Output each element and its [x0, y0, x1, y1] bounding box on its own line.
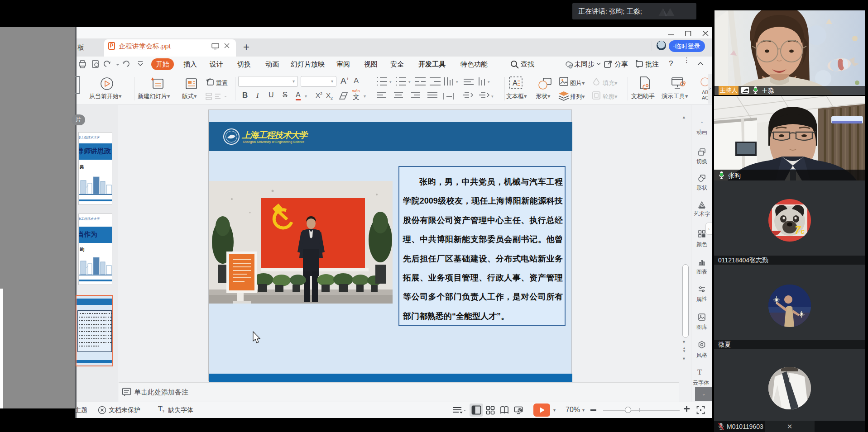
svg-text:▾: ▾ — [491, 94, 494, 99]
svg-text:▾: ▾ — [389, 80, 392, 84]
svg-text:A: A — [513, 79, 518, 87]
svg-text:▾: ▾ — [456, 80, 458, 84]
svg-text:▾: ▾ — [488, 80, 490, 84]
svg-text:▾: ▾ — [408, 80, 411, 84]
